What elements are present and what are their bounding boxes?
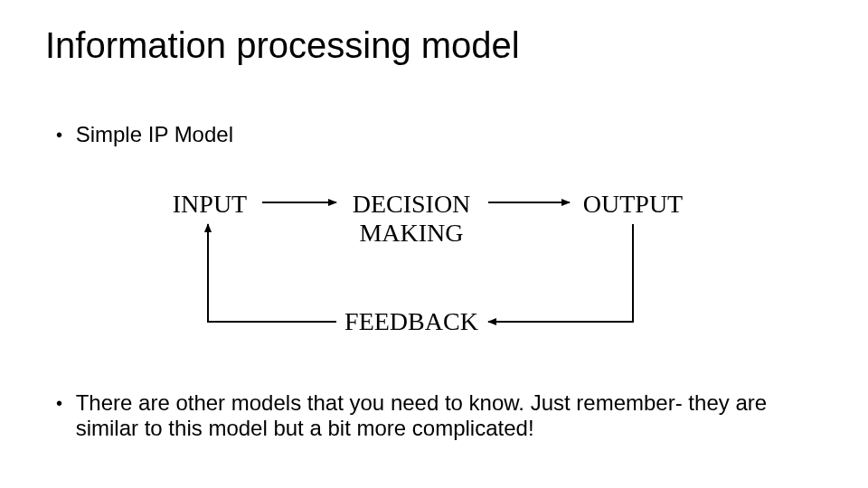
node-decision-making: DECISION MAKING [344, 190, 479, 248]
bullet-other-models: • There are other models that you need t… [56, 390, 826, 440]
slide: Information processing model • Simple IP… [0, 0, 868, 488]
arrow-output-to-feedback [488, 224, 633, 322]
bullet-dot-icon: • [56, 390, 62, 416]
slide-title: Information processing model [45, 25, 520, 66]
node-decision-line2: MAKING [359, 219, 463, 247]
bullet-simple-ip-model: • Simple IP Model [56, 122, 233, 147]
bullet-text: Simple IP Model [76, 122, 233, 147]
arrow-feedback-to-input [208, 224, 336, 322]
node-feedback: FEEDBACK [344, 307, 479, 336]
bullet-dot-icon: • [56, 122, 62, 147]
node-decision-line1: DECISION [353, 190, 471, 218]
node-output: OUTPUT [579, 190, 687, 219]
node-input: INPUT [169, 190, 250, 219]
bullet-text: There are other models that you need to … [76, 390, 826, 440]
